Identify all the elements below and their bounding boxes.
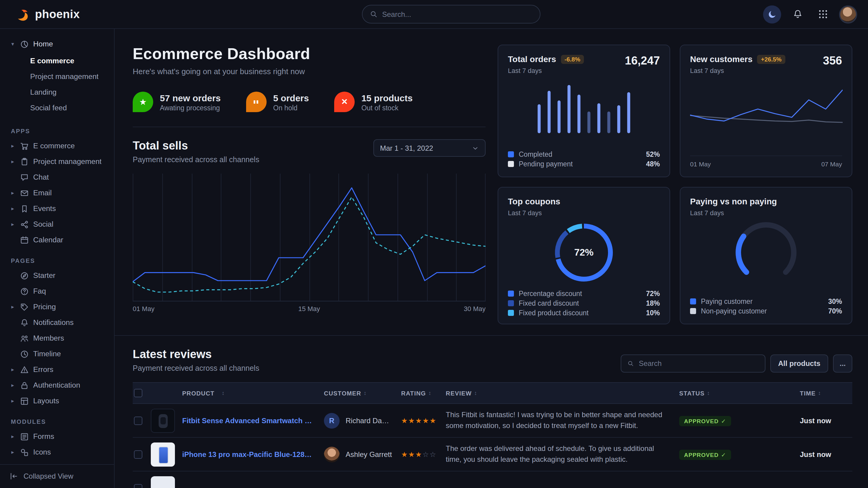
column-header-status[interactable]: STATUS	[679, 390, 705, 396]
reviews-search-input[interactable]	[639, 359, 759, 368]
legend-item: Completed 52%	[508, 151, 660, 158]
legend-item: Pending payment 48%	[508, 160, 660, 168]
sort-icon[interactable]: ↕	[222, 390, 225, 396]
bell-icon	[792, 9, 803, 19]
sort-icon[interactable]: ↕	[428, 390, 431, 396]
sidebar-item[interactable]: ▸ Icons	[10, 444, 108, 460]
chevron-right-icon: ▸	[10, 190, 16, 196]
column-header-review[interactable]: REVIEW	[446, 390, 472, 396]
card-title: Top coupons	[508, 197, 560, 206]
row-checkbox[interactable]	[134, 450, 142, 458]
profile-avatar[interactable]	[839, 5, 857, 23]
stat-icon	[133, 92, 153, 112]
card-period: Last 7 days	[690, 209, 777, 217]
sidebar-item[interactable]: ▸ Faq	[10, 283, 108, 299]
sidebar: ▾ Home E commerce Project management Lan…	[0, 29, 115, 488]
sidebar-subitem[interactable]: E commerce	[10, 53, 108, 69]
stat-caption: On hold	[273, 104, 309, 111]
sidebar-item-icon	[20, 235, 29, 245]
sidebar-subitem[interactable]: Landing	[10, 85, 108, 100]
product-thumbnail[interactable]	[151, 409, 175, 432]
sidebar-item[interactable]: ▸ Social	[10, 217, 108, 232]
customer-name: Richard Dawkins	[346, 416, 393, 425]
sidebar-item-icon	[20, 318, 29, 327]
new-customers-card: New customers +26.5% Last 7 days 356 01 …	[680, 44, 852, 177]
sidebar-item[interactable]: ▸ E commerce	[10, 138, 108, 154]
customer-avatar[interactable]: R	[324, 413, 340, 428]
sort-icon[interactable]: ↕	[474, 390, 477, 396]
chevron-right-icon: ▸	[10, 143, 16, 149]
sidebar-item[interactable]: ▸ Members	[10, 330, 108, 346]
x-axis-label: 30 May	[464, 305, 486, 312]
select-all-checkbox[interactable]	[134, 389, 142, 397]
product-link[interactable]: Fitbit Sense Advanced Smartwatch with To…	[182, 416, 315, 425]
chevron-right-icon: ▸	[10, 304, 16, 310]
sort-icon[interactable]: ↕	[364, 390, 367, 396]
sidebar-item[interactable]: ▸ Authentication	[10, 378, 108, 393]
navbar-actions	[763, 5, 857, 23]
column-header-rating[interactable]: RATING	[401, 390, 426, 396]
product-thumbnail[interactable]	[151, 476, 175, 488]
row-checkbox[interactable]	[134, 484, 142, 488]
sidebar-item[interactable]: ▸ Events	[10, 201, 108, 217]
global-search[interactable]	[362, 5, 540, 24]
collapsed-view-toggle[interactable]: Collapsed View	[0, 464, 114, 488]
sidebar-subitem[interactable]: Social feed	[10, 100, 108, 116]
sidebar-item[interactable]: ▸ Forms	[10, 429, 108, 444]
legend-label: Pending payment	[519, 160, 641, 168]
product-thumbnail[interactable]	[151, 442, 175, 466]
product-link[interactable]: iPhone 13 pro max-Pacific Blue-128GB sto…	[182, 450, 315, 458]
date-range-select[interactable]: Mar 1 - 31, 2022	[373, 139, 486, 157]
legend-value: 30%	[828, 298, 842, 305]
sidebar-item-icon	[20, 271, 29, 280]
column-header-time[interactable]: TIME	[800, 390, 816, 396]
sidebar-item-home[interactable]: ▾ Home	[10, 36, 108, 52]
sidebar-item[interactable]: ▸ Starter	[10, 268, 108, 283]
avatar-initial: R	[329, 416, 334, 425]
sidebar-subitem[interactable]: Project management	[10, 69, 108, 85]
phoenix-logo-icon	[16, 7, 30, 22]
review-table-row: ✓	[133, 471, 852, 488]
sidebar-item-icon	[20, 334, 29, 343]
sidebar-item[interactable]: ▸ Email	[10, 185, 108, 201]
brand-logo-link[interactable]: phoenix	[16, 7, 80, 22]
sort-icon[interactable]: ↕	[707, 390, 710, 396]
sidebar-item[interactable]: ▸ Chat	[10, 169, 108, 185]
all-products-button[interactable]: All products	[770, 355, 828, 372]
sidebar-item[interactable]: ▸ Timeline	[10, 346, 108, 362]
legend-value: 18%	[646, 300, 660, 307]
home-submenu: E commerce Project management Landing So…	[10, 52, 108, 118]
chevron-right-icon: ▸	[10, 366, 16, 372]
total-orders-value: 16,247	[625, 54, 660, 67]
sidebar-item[interactable]: ▸ Pricing	[10, 299, 108, 315]
legend-swatch	[508, 310, 514, 316]
reviews-search[interactable]	[621, 355, 766, 372]
column-header-customer[interactable]: CUSTOMER	[324, 390, 361, 396]
sidebar-item[interactable]: ▸ Errors	[10, 362, 108, 378]
total-sells-title: Total sells	[133, 139, 259, 153]
sidebar-item[interactable]: ▸ Calendar	[10, 232, 108, 248]
sidebar-subitem-label: E commerce	[30, 57, 74, 65]
row-checkbox[interactable]	[134, 416, 142, 425]
sidebar-item[interactable]: ▸ Tables	[10, 460, 108, 464]
notifications-button[interactable]	[788, 5, 806, 23]
trend-badge: -6.8%	[561, 55, 584, 64]
divider	[133, 127, 486, 127]
column-header-product[interactable]: PRODUCT	[182, 390, 214, 396]
sidebar-item[interactable]: ▸ Notifications	[10, 315, 108, 330]
theme-toggle-button[interactable]	[763, 5, 781, 23]
card-period: Last 7 days	[508, 67, 584, 74]
sidebar-item[interactable]: ▸ Layouts	[10, 393, 108, 409]
app-launcher-button[interactable]	[814, 5, 832, 23]
total-orders-bar-chart	[533, 82, 635, 133]
sidebar-item[interactable]: ▸ Project management	[10, 154, 108, 169]
more-actions-button[interactable]: ...	[833, 355, 852, 372]
legend-item: Percentage discount 72%	[508, 290, 660, 297]
rating-stars: ★★★☆☆	[401, 450, 446, 458]
customer-avatar[interactable]	[324, 446, 340, 462]
global-search-input[interactable]	[382, 10, 532, 19]
sort-icon[interactable]: ↕	[818, 390, 821, 396]
legend-label: Non-paying customer	[701, 307, 824, 315]
chevron-right-icon: ▸	[10, 449, 16, 455]
paying-gauge-chart	[718, 220, 814, 283]
